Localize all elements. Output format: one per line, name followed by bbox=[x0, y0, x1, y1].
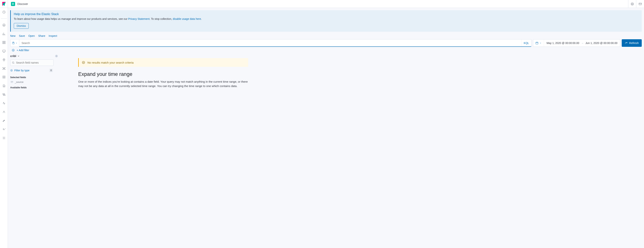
top-menu: New Save Open Share Inspect bbox=[10, 32, 642, 39]
field-type-icon: </> bbox=[10, 80, 14, 84]
nav-logs-icon[interactable] bbox=[2, 84, 6, 88]
side-nav bbox=[0, 8, 8, 248]
svg-point-23 bbox=[4, 138, 4, 139]
field-search bbox=[10, 59, 54, 66]
collapse-sidebar-icon[interactable] bbox=[55, 55, 58, 57]
callout-title: Help us improve the Elastic Stack bbox=[14, 12, 639, 16]
mail-icon[interactable] bbox=[636, 0, 644, 8]
nav-canvas-icon[interactable] bbox=[2, 49, 6, 53]
svg-point-15 bbox=[4, 67, 5, 68]
nav-monitoring-icon[interactable] bbox=[2, 127, 6, 132]
svg-rect-7 bbox=[3, 41, 4, 42]
nav-dashboard-icon[interactable] bbox=[2, 40, 6, 45]
kql-toggle[interactable]: KQL bbox=[521, 39, 531, 46]
refresh-icon bbox=[625, 42, 628, 44]
svg-point-6 bbox=[3, 24, 5, 26]
svg-rect-20 bbox=[3, 94, 5, 94]
kibana-logo-icon bbox=[2, 2, 6, 6]
kibana-logo[interactable] bbox=[0, 0, 8, 8]
time-to: Jun 1, 2020 @ 00:00:00.00 bbox=[586, 41, 617, 44]
svg-rect-18 bbox=[3, 76, 5, 77]
refresh-button[interactable]: Refresh bbox=[622, 39, 642, 47]
topbar: D Discover bbox=[0, 0, 644, 8]
dismiss-button[interactable]: Dismiss bbox=[14, 23, 29, 29]
callout-body: To learn about how usage data helps us m… bbox=[14, 17, 639, 20]
content-area: No results match your search criteria Ex… bbox=[59, 54, 642, 90]
nav-apm-icon[interactable] bbox=[2, 92, 6, 97]
disable-link[interactable]: disable usage data here bbox=[173, 17, 201, 20]
menu-save[interactable]: Save bbox=[19, 34, 25, 37]
svg-point-14 bbox=[3, 67, 3, 68]
nav-siem-icon[interactable] bbox=[2, 110, 6, 114]
privacy-link[interactable]: Privacy Statement bbox=[128, 17, 150, 20]
filter-by-type[interactable]: Filter by type 0 bbox=[10, 67, 54, 73]
fields-sidebar: cribl Filter by type 0 bbox=[10, 54, 59, 90]
svg-point-28 bbox=[10, 69, 13, 71]
menu-new[interactable]: New bbox=[10, 34, 16, 37]
svg-rect-4 bbox=[639, 3, 642, 5]
expand-time-heading: Expand your time range bbox=[78, 71, 637, 77]
filter-row: + Add filter bbox=[10, 47, 642, 53]
query-bar: KQL May 1, 2020 @ 00:00:00.00 → Jun 1, 2… bbox=[10, 39, 642, 47]
no-results-warning: No results match your search criteria bbox=[78, 58, 248, 67]
warning-text: No results match your search criteria bbox=[88, 61, 134, 64]
nav-devtools-icon[interactable] bbox=[2, 118, 6, 123]
nav-discover-icon[interactable] bbox=[2, 23, 6, 27]
calendar-icon bbox=[536, 41, 538, 44]
nav-visualize-icon[interactable] bbox=[2, 31, 6, 36]
svg-rect-11 bbox=[3, 50, 5, 52]
available-fields-title: Available fields bbox=[10, 86, 58, 89]
svg-point-17 bbox=[4, 69, 5, 70]
svg-point-2 bbox=[631, 3, 634, 5]
nav-maps-icon[interactable] bbox=[2, 57, 6, 62]
svg-point-27 bbox=[12, 62, 14, 63]
filter-icon bbox=[10, 69, 13, 72]
search-icon bbox=[12, 61, 14, 64]
datepicker-button[interactable] bbox=[533, 39, 544, 47]
chevron-down-icon bbox=[540, 42, 542, 44]
svg-rect-10 bbox=[4, 43, 5, 44]
nav-recent-icon[interactable] bbox=[2, 10, 6, 14]
svg-point-26 bbox=[12, 49, 14, 51]
warning-icon bbox=[82, 61, 85, 64]
main: Help us improve the Elastic Stack To lea… bbox=[8, 8, 644, 248]
field-source[interactable]: </> _source bbox=[10, 80, 58, 84]
filter-icon[interactable] bbox=[12, 49, 15, 52]
telemetry-callout: Help us improve the Elastic Stack To lea… bbox=[10, 10, 642, 32]
svg-rect-9 bbox=[3, 43, 4, 44]
menu-share[interactable]: Share bbox=[38, 34, 45, 37]
breadcrumb-badge: D bbox=[11, 2, 15, 6]
svg-point-12 bbox=[4, 59, 4, 60]
time-range[interactable]: May 1, 2020 @ 00:00:00.00 → Jun 1, 2020 … bbox=[544, 41, 620, 44]
svg-rect-21 bbox=[3, 95, 5, 95]
nav-management-icon[interactable] bbox=[2, 136, 6, 140]
menu-inspect[interactable]: Inspect bbox=[49, 34, 57, 37]
svg-point-30 bbox=[83, 62, 84, 63]
svg-rect-8 bbox=[4, 41, 5, 42]
nav-ml-icon[interactable] bbox=[2, 66, 6, 71]
field-search-input[interactable] bbox=[16, 61, 52, 64]
expand-time-body: One or more of the indices you're lookin… bbox=[78, 79, 248, 88]
selected-fields-title: Selected fields bbox=[10, 76, 58, 79]
chevron-down-icon bbox=[17, 55, 20, 57]
breadcrumb[interactable]: Discover bbox=[17, 2, 28, 5]
saved-query-button[interactable] bbox=[10, 39, 19, 47]
save-icon bbox=[12, 42, 15, 44]
svg-point-3 bbox=[632, 3, 633, 4]
svg-point-29 bbox=[82, 61, 85, 64]
chevron-down-icon bbox=[16, 42, 17, 44]
search-input[interactable] bbox=[19, 39, 521, 46]
time-from: May 1, 2020 @ 00:00:00.00 bbox=[546, 41, 579, 44]
time-picker[interactable]: May 1, 2020 @ 00:00:00.00 → Jun 1, 2020 … bbox=[533, 39, 620, 47]
help-icon[interactable] bbox=[628, 0, 636, 8]
nav-infra-icon[interactable] bbox=[2, 75, 6, 79]
svg-rect-19 bbox=[3, 77, 5, 78]
menu-open[interactable]: Open bbox=[28, 34, 35, 37]
add-filter-link[interactable]: + Add filter bbox=[16, 49, 29, 52]
svg-rect-24 bbox=[13, 42, 14, 43]
nav-uptime-icon[interactable] bbox=[2, 101, 6, 105]
svg-rect-25 bbox=[536, 42, 538, 44]
search-box: KQL bbox=[19, 39, 532, 47]
arrow-right-icon: → bbox=[581, 42, 584, 44]
index-pattern-selector[interactable]: cribl bbox=[10, 54, 20, 57]
